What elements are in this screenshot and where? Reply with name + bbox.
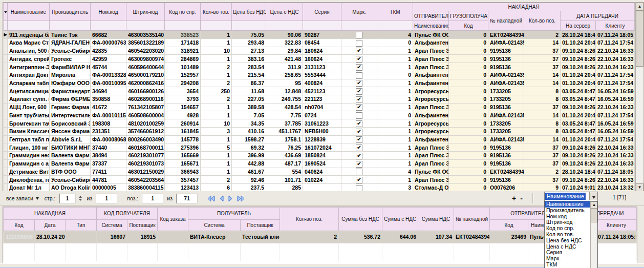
marked-checkbox[interactable] [356, 32, 362, 38]
scroll-down-icon[interactable]: ▼ [636, 183, 643, 192]
position-input[interactable]: 1 [142, 194, 163, 203]
cell-positions[interactable]: 8 [524, 119, 561, 128]
cell-price-no-vat[interactable]: 27.13 [232, 47, 266, 55]
cell-consignee-code[interactable]: 0 [449, 111, 488, 119]
table-row[interactable]: Граммидин с анВалента Фарм37337460219301… [4, 159, 635, 168]
column-header-supplier2[interactable]: Поставщик [241, 220, 280, 231]
cell-consignee-code[interactable]: 0 [449, 103, 488, 111]
marked-checkbox[interactable] [356, 40, 362, 47]
cell-sent-to-client[interactable]: 16.05.24 16:59 [596, 127, 635, 135]
cell-positions[interactable]: 14 [524, 71, 561, 79]
marked-checkbox[interactable]: ✔ [356, 88, 362, 95]
cell-price-vat[interactable]: 258.65 [266, 71, 303, 79]
cell-series[interactable]: NFB5H00 [303, 127, 341, 135]
cell-price-no-vat[interactable]: 7.05 [232, 111, 266, 119]
cell-nom-code[interactable]: ФА-00008068 [91, 135, 126, 143]
cell-manufacturer[interactable]: ВТФ ООО [50, 168, 91, 176]
cell-price-no-vat[interactable]: 11.68 [232, 87, 266, 95]
cell-ref-code[interactable]: 3654 [165, 87, 201, 95]
cell-price-vat[interactable]: 1758.1 [266, 135, 303, 143]
cell-sent-to-client[interactable]: 07.11.24 17:54 [596, 39, 635, 47]
cell-marked[interactable] [341, 168, 377, 176]
cell-manufacturer[interactable]: Гермес Фарма Г [50, 103, 91, 111]
column-header-sum-vat[interactable]: Сумма с НДС [382, 208, 418, 231]
cell-ref-code[interactable]: 318921 [165, 47, 201, 55]
cell-barcode[interactable]: 460219301077 [126, 152, 165, 160]
cell-qty[interactable]: 250 [201, 87, 232, 95]
cell-barcode[interactable]: 460219301073 [126, 159, 165, 168]
column-header-invoice-no[interactable]: № накладной [488, 11, 524, 31]
cell-series[interactable]: 161072024 [303, 143, 341, 152]
cell-sent-to-client[interactable]: 22.10.24 16:33 [596, 159, 635, 168]
cell-sender-name[interactable]: Арал Плюс ЗАО [413, 63, 449, 71]
cell-sender-name[interactable]: Агроресурсы О [413, 95, 449, 104]
cell-price-no-vat[interactable]: 1598.27 [232, 135, 266, 143]
cell-tkm[interactable]: 1 [377, 176, 413, 184]
marked-checkbox[interactable]: ✔ [356, 120, 362, 127]
cell-consignee-code[interactable]: 0 [449, 87, 488, 95]
cell-sent-to-server[interactable]: 03.05.24 8:47:5 [561, 87, 596, 95]
cell-qty[interactable]: 3 [201, 127, 232, 135]
cell-sent-to-client[interactable]: 22.10.24 16:33 [596, 103, 635, 111]
cell-price-vat[interactable]: 428.54 [266, 103, 303, 111]
cell-qty[interactable]: 1 [201, 135, 232, 143]
cell-sent-to-server[interactable]: 09.10.24 8:26:0 [561, 55, 596, 63]
cell-name[interactable]: Донат Мг 1л [8, 183, 50, 192]
cell-sent-to-client[interactable]: 22.10.24 16:33 [596, 47, 635, 55]
cell-price-no-vat[interactable]: 293.48 [232, 39, 266, 47]
cell-series[interactable]: 1228839 [303, 135, 341, 143]
cell-sent-to-client[interactable]: 22.10.24 16:33 [596, 176, 635, 184]
cell-invoice-no[interactable]: ЕКТ02484394 [488, 31, 524, 39]
cell-price-vat[interactable]: 421.48 [266, 55, 303, 63]
cell-qty[interactable]: 1 [201, 168, 232, 176]
cell-qty[interactable]: 10 [201, 47, 232, 55]
cell-sender-name[interactable]: Арал Плюс ЗАО [413, 55, 449, 63]
cell-marked[interactable]: ✔ [341, 103, 377, 111]
column-header-supplier1[interactable]: Поставщик [127, 220, 158, 231]
cell-series[interactable]: 010224 [303, 176, 341, 184]
cell-series[interactable]: 040624 [303, 168, 341, 176]
cell-price-no-vat[interactable]: 227.05 [232, 95, 266, 104]
column-header-qty[interactable]: Кол-во тов. [201, 3, 232, 21]
cell-manufacturer[interactable]: Миролла [50, 71, 91, 79]
cell-tkm[interactable]: 1 [377, 127, 413, 135]
dropdown-item[interactable]: Цена без НДС [545, 238, 591, 244]
cell-date[interactable]: 28.10.24 20:44:00 [35, 231, 66, 243]
cell-sender-name[interactable]: Альфаинтенсив [413, 71, 449, 79]
cell-recv-system[interactable]: 16607 [97, 231, 127, 243]
cell-consignee-code[interactable]: 0 [449, 79, 488, 87]
cell-series[interactable]: 1690524 [303, 159, 341, 168]
cell-sender-name[interactable]: Арал Плюс ЗАО [413, 159, 449, 168]
table-row[interactable]: АЦЦ Лонг, 600Гермес Фарма Г4167276134210… [4, 103, 635, 111]
cell-manufacturer[interactable]: ФармВИЛАР НП [50, 63, 91, 71]
cell-qty[interactable]: 2 [201, 79, 232, 87]
cell-qty[interactable]: 2 [201, 176, 232, 184]
cell-sent-to-client[interactable]: 07.11.24 17:54 [596, 111, 635, 119]
cell-sent-to-client[interactable]: 23.10.24 13:32 [596, 183, 635, 192]
cell-ref-code[interactable]: 366943 [165, 168, 201, 176]
cell-price-no-vat[interactable]: 34.35 [232, 119, 266, 128]
cell-barcode[interactable]: 761342105807 [126, 103, 165, 111]
cell-manufacturer[interactable]: Валента Фарм [50, 159, 91, 168]
cell-price-vat[interactable]: 249.755 [266, 95, 303, 104]
column-header-marked[interactable]: Марк. [341, 3, 377, 21]
cell-invoice-no[interactable]: 1733205 [488, 127, 524, 135]
page-spinner[interactable] [79, 196, 83, 201]
cell-nom-code[interactable]: 45744 [91, 63, 126, 71]
cell-manufacturer[interactable]: Валента Фарм [50, 152, 91, 160]
column-header-nom-code[interactable]: Ном.код [91, 3, 126, 21]
cell-series[interactable]: 1850824 [303, 152, 341, 160]
cell-positions[interactable]: 37 [524, 47, 561, 55]
cell-name[interactable]: Граммидин с ан [8, 159, 50, 168]
cell-marked[interactable]: ✔ [341, 79, 377, 87]
column-header-date[interactable]: Дата [35, 220, 66, 231]
cell-nom-code[interactable]: 77411 [91, 168, 126, 176]
cell-qty[interactable]: 1 [201, 159, 232, 168]
cell-positions[interactable]: 37 [524, 63, 561, 71]
cell-code[interactable]: 132006806 [4, 231, 35, 243]
column-header-sum-no-vat[interactable]: Сумма без НДС [339, 208, 382, 231]
cell-sent-to-server[interactable]: 09.10.24 8:26:0 [561, 176, 596, 184]
cell-marked[interactable]: ✔ [341, 176, 377, 184]
column-header-tkm[interactable]: ТКМ [377, 3, 413, 21]
cell-sender-name[interactable]: Арал Плюс ЗАО [413, 47, 449, 55]
